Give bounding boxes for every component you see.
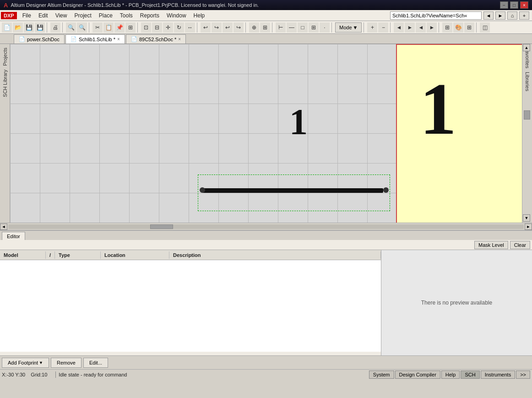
- toolbar-print-btn[interactable]: 🖨: [50, 22, 60, 33]
- toolbar-line-btn[interactable]: —: [287, 22, 297, 33]
- toolbar-sep1: [47, 22, 49, 33]
- toolbar-copy-btn[interactable]: 📋: [103, 22, 114, 33]
- toolbar-flip-btn[interactable]: ↔: [185, 22, 195, 33]
- toolbar-sep7: [272, 22, 274, 33]
- toolbar-pin-btn[interactable]: ⊢: [276, 22, 286, 33]
- toolbar-paste-btn[interactable]: 📌: [114, 22, 125, 33]
- toolbar-undo2-btn[interactable]: ↩: [223, 22, 233, 33]
- tab-schlib1-close[interactable]: ×: [117, 37, 120, 42]
- toolbar-dup-btn[interactable]: ⊞: [125, 22, 136, 33]
- toolbar-redo2-btn[interactable]: ↪: [233, 22, 244, 33]
- tab-89c52-close[interactable]: ×: [178, 37, 181, 42]
- editor-table: Model / Type Location Description: [0, 250, 381, 355]
- toolbar-rot-btn[interactable]: ↻: [174, 22, 184, 33]
- toolbar-open-btn[interactable]: 📂: [13, 22, 23, 33]
- sidebar-schl-label[interactable]: SCH Library: [2, 68, 8, 99]
- remove-button[interactable]: Remove: [51, 358, 81, 368]
- nav-back-button[interactable]: ◄: [483, 11, 494, 20]
- status-more-button[interactable]: >>: [516, 371, 530, 379]
- hscroll-thumb[interactable]: [150, 224, 173, 229]
- dxp-logo[interactable]: DXP: [1, 12, 17, 19]
- status-message: Idle state - ready for command: [59, 372, 369, 377]
- toolbar-grid2-btn[interactable]: ⊞: [442, 22, 452, 33]
- tab-89c52[interactable]: 📄 89C52.SchDoc * ×: [126, 34, 186, 44]
- toolbar-nav1-btn[interactable]: ◄: [394, 22, 404, 33]
- toolbar-dot-btn[interactable]: ·: [320, 22, 330, 33]
- menu-item-project[interactable]: Project: [71, 11, 95, 20]
- bottom-buttons: Add Footprint ▼ Remove Edit...: [0, 355, 532, 369]
- sidebar-projects-label[interactable]: Projects: [2, 46, 8, 68]
- toolbar-redo-btn[interactable]: ↪: [212, 22, 222, 33]
- mode-label: Mode: [339, 25, 352, 30]
- toolbar-zoom-in-btn[interactable]: 🔍: [66, 22, 76, 33]
- mode-arrow-icon: ▼: [353, 25, 358, 30]
- status-grid: Grid:10: [31, 372, 53, 377]
- editor-toolbar: Mask Level Clear: [0, 240, 532, 250]
- close-button[interactable]: ×: [520, 1, 528, 9]
- toolbar-grid-btn[interactable]: ⊞: [309, 22, 319, 33]
- toolbar-nav2-btn[interactable]: ►: [405, 22, 415, 33]
- status-system-button[interactable]: System: [369, 371, 394, 379]
- clear-button[interactable]: Clear: [510, 241, 530, 249]
- tab-schlib1[interactable]: 📄 Schlib1.SchLib * ×: [65, 34, 125, 44]
- nav-home-button[interactable]: ⌂: [507, 11, 517, 20]
- toolbar-minus-btn[interactable]: −: [378, 22, 388, 33]
- toolbar-nav4-btn[interactable]: ►: [427, 22, 437, 33]
- canvas-area[interactable]: 1: [10, 44, 396, 223]
- status-design-compiler-button[interactable]: Design Compiler: [395, 371, 440, 379]
- toolbar-cut-btn[interactable]: ✂: [92, 22, 103, 33]
- tab-power[interactable]: 📄 power.SchDoc: [14, 34, 65, 44]
- hscroll-left-button[interactable]: ◄: [0, 224, 7, 230]
- toolbar-sep11: [439, 22, 440, 33]
- menu-item-place[interactable]: Place: [95, 11, 116, 20]
- toolbar-nav3-btn[interactable]: ◄: [416, 22, 426, 33]
- menu-item-view[interactable]: View: [52, 11, 71, 20]
- status-instruments-button[interactable]: Instruments: [481, 371, 515, 379]
- toolbar-sel-btn[interactable]: ⊡: [141, 22, 151, 33]
- mask-level-button[interactable]: Mask Level: [474, 241, 508, 249]
- edit-button[interactable]: Edit...: [83, 358, 108, 368]
- toolbar: 📄 📂 💾 💾 🖨 🔍 🔍 ✂ 📋 📌 ⊞ ⊡ ⊟ ✛ ↻ ↔ ↩ ↪ ↩ ↪ …: [0, 21, 532, 34]
- toolbar-move-btn[interactable]: ✛: [163, 22, 173, 33]
- toolbar-color-btn[interactable]: 🎨: [453, 22, 463, 33]
- component-pin-line: [202, 188, 383, 193]
- h-scrollbar: ◄ ►: [0, 223, 532, 230]
- mode-dropdown[interactable]: Mode ▼: [335, 22, 362, 33]
- add-footprint-button[interactable]: Add Footprint ▼: [2, 358, 49, 368]
- hscroll-right-button[interactable]: ►: [525, 224, 532, 230]
- scroll-down-button[interactable]: ▼: [523, 214, 530, 222]
- left-sidebar: Projects SCH Library: [0, 44, 10, 223]
- sidebar-libraries-label[interactable]: Libraries: [525, 70, 530, 93]
- toolbar-plus-btn[interactable]: +: [367, 22, 377, 33]
- toolbar-save-all-btn[interactable]: 💾: [35, 22, 45, 33]
- col-header-type: Type: [55, 251, 101, 259]
- menu-item-reports[interactable]: Reports: [136, 11, 163, 20]
- col-header-location: Location: [101, 251, 169, 259]
- maximize-button[interactable]: □: [510, 1, 518, 9]
- toolbar-undo-btn[interactable]: ↩: [201, 22, 211, 33]
- toolbar-save-btn[interactable]: 💾: [24, 22, 34, 33]
- toolbar-new-btn[interactable]: 📄: [2, 22, 12, 33]
- toolbar-group-btn[interactable]: ⊞: [260, 22, 270, 33]
- scroll-up-button[interactable]: ▲: [523, 44, 530, 51]
- nav-path-input[interactable]: [390, 11, 482, 20]
- status-sch-button[interactable]: SCH: [461, 371, 479, 379]
- menu-item-file[interactable]: File: [19, 11, 35, 20]
- menu-item-edit[interactable]: Edit: [35, 11, 52, 20]
- editor-tab[interactable]: Editor: [2, 232, 25, 240]
- menu-item-window[interactable]: Window: [163, 11, 190, 20]
- nav-add-button[interactable]: +: [519, 11, 529, 20]
- status-separator: [55, 371, 56, 378]
- toolbar-rect-btn[interactable]: □: [298, 22, 308, 33]
- no-preview-text: There is no preview available: [421, 300, 492, 306]
- minimize-button[interactable]: −: [500, 1, 508, 9]
- menu-item-tools[interactable]: Tools: [116, 11, 136, 20]
- toolbar-zoom-out-btn[interactable]: 🔍: [77, 22, 87, 33]
- toolbar-3d-btn[interactable]: ◫: [480, 22, 490, 33]
- toolbar-desel-btn[interactable]: ⊟: [152, 22, 162, 33]
- toolbar-comp-btn[interactable]: ⊕: [249, 22, 259, 33]
- status-help-button[interactable]: Help: [441, 371, 460, 379]
- toolbar-grid3-btn[interactable]: ⊞: [464, 22, 474, 33]
- menu-item-help[interactable]: Help: [190, 11, 209, 20]
- nav-forward-button[interactable]: ►: [495, 11, 505, 20]
